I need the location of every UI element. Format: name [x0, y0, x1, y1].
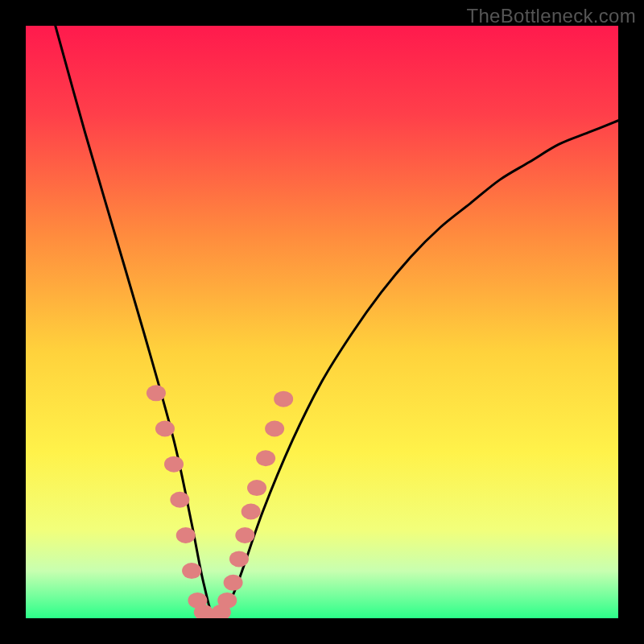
- marker-point: [274, 391, 293, 407]
- marker-point: [247, 480, 266, 496]
- marker-point: [176, 527, 196, 543]
- curve-layer: [26, 26, 618, 618]
- marker-point: [155, 420, 175, 436]
- chart-frame: TheBottleneck.com: [0, 0, 644, 644]
- watermark-text: TheBottleneck.com: [466, 5, 636, 27]
- marker-point: [229, 551, 249, 567]
- marker-point: [224, 575, 243, 591]
- marker-point: [182, 563, 201, 579]
- marker-point: [217, 592, 237, 609]
- marker-point: [235, 527, 254, 543]
- marker-point: [242, 504, 261, 520]
- marker-point: [147, 385, 166, 401]
- marker-point: [164, 456, 184, 473]
- marker-point: [256, 450, 275, 466]
- marker-point: [265, 420, 284, 436]
- marker-point: [170, 492, 189, 508]
- bottleneck-curve: [56, 26, 618, 618]
- plot-area: [26, 26, 618, 618]
